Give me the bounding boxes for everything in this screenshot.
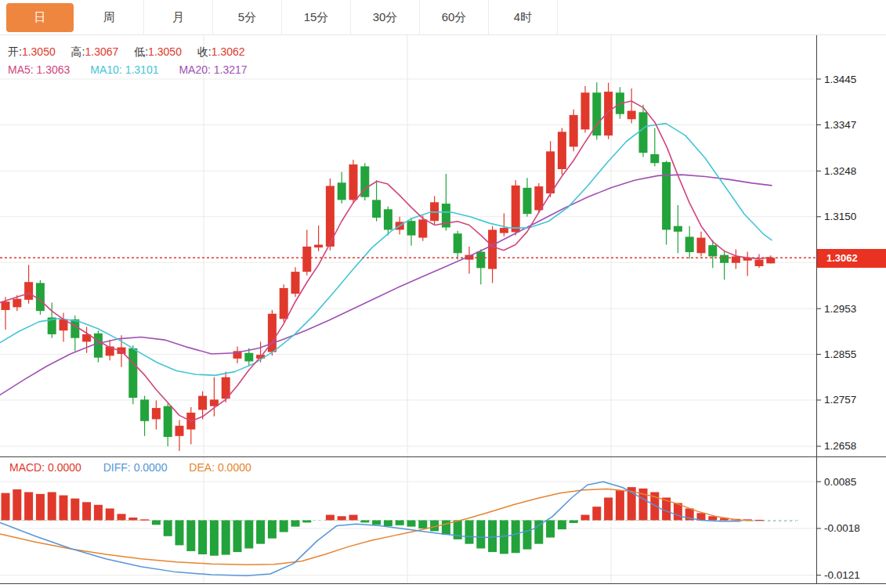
- macd-bar: [360, 521, 369, 523]
- low-label: 低:: [134, 45, 148, 58]
- candle-body: [512, 186, 520, 233]
- candle-body: [407, 221, 416, 235]
- tab-30min[interactable]: 30分: [351, 0, 420, 34]
- ma5-line: [0, 101, 771, 421]
- y-axis-label: 1.3248: [824, 165, 856, 177]
- ma5-readout: MA5: 1.3063: [8, 63, 70, 76]
- open-value: 1.3050: [22, 45, 56, 58]
- candle-body: [164, 406, 172, 437]
- macd-bar: [244, 521, 253, 549]
- macd-bar: [280, 521, 288, 532]
- macd-bar: [570, 521, 578, 523]
- macd-bar: [500, 521, 508, 554]
- candle-body: [94, 334, 103, 358]
- tab-60min[interactable]: 60分: [420, 0, 489, 34]
- candle-body: [128, 348, 137, 398]
- ma20-readout: MA20: 1.3217: [179, 63, 247, 76]
- candle-body: [570, 115, 578, 147]
- macd-bar: [268, 521, 277, 539]
- macd-readout: MACD: 0.0000 DIFF: 0.0000 DEA: 0.0000: [9, 461, 251, 474]
- candle-body: [418, 219, 427, 237]
- macd-bar: [118, 514, 126, 520]
- macd-bar: [616, 490, 624, 520]
- timeframe-tabbar: 日 周 月 5分 15分 30分 60分 4时: [0, 0, 886, 35]
- y-axis-label: 1.3150: [824, 211, 856, 222]
- macd-bar: [488, 521, 497, 553]
- macd-bar: [418, 521, 427, 528]
- candle-body: [36, 283, 45, 311]
- tab-15min[interactable]: 15分: [282, 0, 351, 34]
- macd-bar: [604, 498, 613, 521]
- macd-bar: [60, 496, 68, 521]
- candle-body: [627, 111, 636, 120]
- candle-body: [639, 112, 648, 153]
- y-axis-label: -0.0121: [824, 569, 860, 581]
- macd-bar: [233, 521, 242, 553]
- candle-body: [674, 226, 682, 232]
- candle-body: [708, 245, 717, 256]
- macd-bar: [82, 502, 91, 520]
- chart-canvas[interactable]: 1.34451.33471.32481.31501.30521.29531.28…: [0, 0, 886, 588]
- tab-day[interactable]: 日: [6, 3, 74, 32]
- macd-bar: [372, 521, 381, 525]
- candle-body: [338, 182, 346, 200]
- y-axis-label: -0.0018: [824, 522, 860, 534]
- macd-bar: [210, 521, 219, 556]
- candle-body: [662, 162, 671, 229]
- high-value: 1.3067: [85, 45, 119, 58]
- candle-body: [198, 396, 207, 410]
- close-label: 收:: [197, 45, 212, 58]
- y-axis-label: 1.2757: [824, 394, 856, 406]
- macd-bar: [523, 521, 532, 550]
- candle-body: [314, 245, 323, 248]
- macd-bar: [94, 505, 103, 521]
- macd-bar: [476, 521, 485, 549]
- close-value: 1.3062: [212, 45, 245, 58]
- macd-bar: [256, 521, 265, 544]
- ohlc-readout: 开:1.3050 高:1.3067 低:1.3050 收:1.3062: [8, 45, 258, 60]
- macd-bar: [140, 519, 149, 520]
- macd-bar: [24, 492, 33, 521]
- candle-body: [372, 200, 381, 218]
- y-axis-label: 1.3347: [824, 119, 856, 131]
- tab-4hour[interactable]: 4时: [489, 0, 558, 34]
- current-price-tag: 1.3062: [817, 249, 886, 268]
- macd-bar: [512, 521, 520, 554]
- macd-bar: [442, 521, 450, 536]
- macd-bar: [106, 508, 114, 520]
- candle-body: [558, 132, 566, 169]
- macd-bar: [349, 515, 358, 521]
- high-label: 高:: [71, 45, 85, 58]
- macd-bar: [558, 521, 566, 530]
- tab-5min[interactable]: 5分: [213, 0, 282, 34]
- candle-body: [302, 247, 311, 272]
- open-label: 开:: [8, 45, 22, 58]
- candle-body: [2, 301, 10, 310]
- tab-week[interactable]: 周: [75, 0, 144, 34]
- candle-body: [280, 288, 288, 319]
- macd-bar: [222, 521, 230, 555]
- candle-body: [766, 258, 775, 263]
- tab-month[interactable]: 月: [144, 0, 213, 34]
- macd-bar: [291, 521, 300, 527]
- candle-body: [488, 229, 497, 269]
- candle-body: [349, 164, 358, 200]
- y-axis-label: 1.2953: [824, 303, 856, 315]
- macd-bar: [71, 499, 79, 521]
- candle-body: [720, 255, 729, 263]
- candle-body: [384, 209, 392, 229]
- candle-body: [152, 408, 161, 419]
- macd-bar: [581, 515, 590, 521]
- candle-body: [755, 260, 764, 266]
- y-axis-label: 0.0085: [824, 476, 856, 488]
- y-axis-label: 1.3445: [824, 74, 856, 85]
- macd-bar: [198, 521, 207, 555]
- candle-body: [71, 319, 79, 338]
- macd-bar: [48, 492, 56, 521]
- candle-body: [523, 188, 532, 214]
- y-axis-label: 1.2855: [824, 348, 856, 360]
- macd-bar: [36, 494, 45, 521]
- candle-body: [500, 228, 508, 233]
- dea-value: DEA: 0.0000: [189, 461, 251, 474]
- ma-readout: MA5: 1.3063 MA10: 1.3101 MA20: 1.3217: [8, 63, 248, 76]
